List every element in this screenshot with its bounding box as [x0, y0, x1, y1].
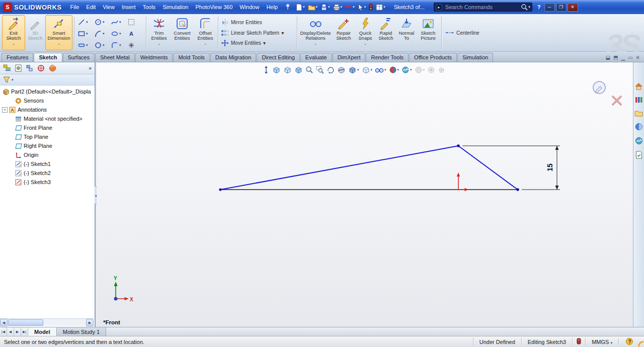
smart-dimension-button[interactable]: Smart Dimension ⌄: [45, 15, 72, 50]
motion-study-tab[interactable]: Motion Study 1: [57, 327, 106, 336]
sketch-picture-button[interactable]: Sketch Picture: [417, 15, 440, 50]
doc-minimize-icon[interactable]: ▁: [621, 55, 625, 60]
print-button[interactable]: ▾: [332, 2, 344, 13]
spline-dropdown-icon[interactable]: ▾: [119, 20, 121, 24]
tab-sheet-metal[interactable]: Sheet Metal: [95, 53, 135, 62]
repair-sketch-button[interactable]: Repair Sketch: [332, 15, 355, 50]
options-button[interactable]: ▾: [375, 2, 386, 13]
select-button[interactable]: ▾: [357, 2, 367, 13]
circle-tool[interactable]: ▾: [94, 19, 110, 26]
point-tool[interactable]: [127, 42, 143, 49]
expand-icon[interactable]: +: [2, 107, 8, 113]
tree-item-right-plane[interactable]: Right Plane: [0, 141, 95, 150]
feature-tree-tab-icon[interactable]: [3, 64, 11, 72]
tab-data-migration[interactable]: Data Migration: [210, 53, 257, 62]
tab-mold-tools[interactable]: Mold Tools: [173, 53, 209, 62]
file-explorer-icon[interactable]: [634, 110, 643, 117]
quick-snaps-button[interactable]: Quick Snaps ⌄: [355, 15, 375, 50]
tab-sketch[interactable]: Sketch: [34, 53, 62, 62]
filter-funnel-icon[interactable]: [3, 76, 10, 83]
menu-edit[interactable]: Edit: [83, 3, 99, 12]
menu-simulation[interactable]: Simulation: [159, 3, 192, 12]
arc-dropdown-icon[interactable]: ▾: [103, 32, 105, 36]
menu-help[interactable]: Help: [263, 3, 281, 12]
offset-entities-button[interactable]: Offset Entities ⌄: [194, 15, 216, 50]
line-tool[interactable]: ▾: [77, 19, 94, 26]
fillet-dropdown-icon[interactable]: ▾: [119, 43, 121, 47]
tab-evaluate[interactable]: Evaluate: [300, 53, 332, 62]
search-dropdown-icon[interactable]: ▾: [528, 5, 530, 9]
scroll-left-icon[interactable]: ◀: [0, 319, 8, 326]
tree-horizontal-scrollbar[interactable]: ◀ ▶: [0, 318, 94, 326]
text-tool[interactable]: A: [127, 30, 143, 37]
open-dropdown-icon[interactable]: ▾: [316, 5, 318, 9]
tree-item-sensors[interactable]: Sensors: [0, 96, 95, 105]
ellipse-tool[interactable]: ▾: [110, 30, 127, 37]
panel-overflow-icon[interactable]: »: [89, 65, 92, 71]
units-selector[interactable]: MMGS ▾: [586, 339, 618, 345]
tree-item-sketch1[interactable]: (-) Sketch1: [0, 159, 95, 168]
units-dropdown-icon[interactable]: ▾: [610, 341, 612, 344]
sketch-pattern-tool[interactable]: [127, 19, 143, 26]
custom-properties-icon[interactable]: [635, 151, 642, 159]
configuration-manager-tab-icon[interactable]: [26, 64, 33, 72]
tab-features[interactable]: Features: [2, 53, 33, 62]
undo-button[interactable]: ▾: [344, 2, 356, 13]
next-tab-icon[interactable]: ▶: [14, 327, 21, 336]
menu-tools[interactable]: Tools: [139, 3, 159, 12]
doc-close-icon[interactable]: ✕: [636, 55, 640, 60]
linear-sketch-pattern-button[interactable]: Linear Sketch Pattern ▾: [221, 28, 294, 38]
tree-item-front-plane[interactable]: Front Plane: [0, 123, 95, 132]
normal-to-button[interactable]: Normal To: [396, 15, 417, 50]
confirmation-corner[interactable]: [593, 81, 621, 105]
move-entities-dropdown-icon[interactable]: ▾: [263, 40, 266, 46]
pin-menu-icon[interactable]: [285, 4, 290, 11]
menu-insert[interactable]: Insert: [118, 3, 139, 12]
search-scope-icon[interactable]: ▸: [436, 4, 442, 11]
menu-window[interactable]: Window: [236, 3, 263, 12]
property-manager-tab-icon[interactable]: [15, 64, 22, 72]
first-tab-icon[interactable]: |◀: [0, 327, 7, 336]
minimize-button[interactable]: ─: [544, 3, 555, 12]
dock-pane-left-icon[interactable]: ⬓: [606, 55, 610, 60]
last-tab-icon[interactable]: ▶|: [21, 327, 28, 336]
tree-item-origin[interactable]: Origin: [0, 150, 95, 159]
rebuild-icon[interactable]: [368, 2, 374, 13]
exit-sketch-dropdown-icon[interactable]: ⌄: [12, 42, 15, 46]
mirror-entities-button[interactable]: Mirror Entities: [221, 17, 294, 28]
display-delete-relations-button[interactable]: Display/Delete Relations ⌄: [299, 15, 332, 50]
menu-photoview[interactable]: PhotoView 360: [192, 3, 236, 12]
undo-dropdown-icon[interactable]: ▾: [353, 5, 355, 9]
linear-pattern-dropdown-icon[interactable]: ▾: [281, 30, 284, 36]
graphics-viewport[interactable]: ▾ ▾ ▾ ▾ ▾ ▾: [97, 62, 633, 327]
close-button[interactable]: ✕: [568, 3, 578, 12]
scenes-icon[interactable]: [635, 137, 643, 145]
model-tab[interactable]: Model: [28, 327, 57, 336]
previous-tab-icon[interactable]: ◀: [7, 327, 14, 336]
search-input[interactable]: [444, 4, 521, 11]
tree-item-top-plane[interactable]: Top Plane: [0, 132, 95, 141]
print-dropdown-icon[interactable]: ▾: [341, 5, 343, 9]
select-dropdown-icon[interactable]: ▾: [364, 5, 366, 9]
tree-filter-bar[interactable]: ▾: [0, 74, 95, 85]
move-entities-button[interactable]: Move Entities ▾: [221, 38, 294, 48]
spline-tool[interactable]: ▾: [110, 19, 127, 26]
tree-item-material[interactable]: Material <not specified>: [0, 114, 95, 123]
display-delete-dropdown-icon[interactable]: ⌄: [314, 42, 317, 46]
save-dropdown-icon[interactable]: ▾: [328, 5, 330, 9]
display-manager-tab-icon[interactable]: [49, 64, 56, 72]
search-commands-box[interactable]: ▸ ▾: [434, 3, 532, 12]
menu-file[interactable]: File: [67, 3, 83, 12]
smart-dimension-dropdown-icon[interactable]: ⌄: [57, 42, 60, 46]
arc-tool[interactable]: ▾: [94, 30, 110, 37]
tab-direct-editing[interactable]: Direct Editing: [257, 53, 299, 62]
fillet-tool[interactable]: ▾: [110, 42, 127, 49]
menu-view[interactable]: View: [99, 3, 118, 12]
centerline-button[interactable]: Centerline: [443, 30, 481, 36]
sketch-canvas[interactable]: 15 Y: [97, 62, 633, 327]
rapid-sketch-button[interactable]: Rapid Sketch: [375, 15, 396, 50]
dimension-15[interactable]: [462, 146, 560, 190]
tab-simulation[interactable]: Simulation: [457, 53, 493, 62]
tree-item-part[interactable]: Part2 (Default<<Default>_Displa: [0, 87, 95, 96]
appearances-icon[interactable]: [635, 123, 643, 131]
